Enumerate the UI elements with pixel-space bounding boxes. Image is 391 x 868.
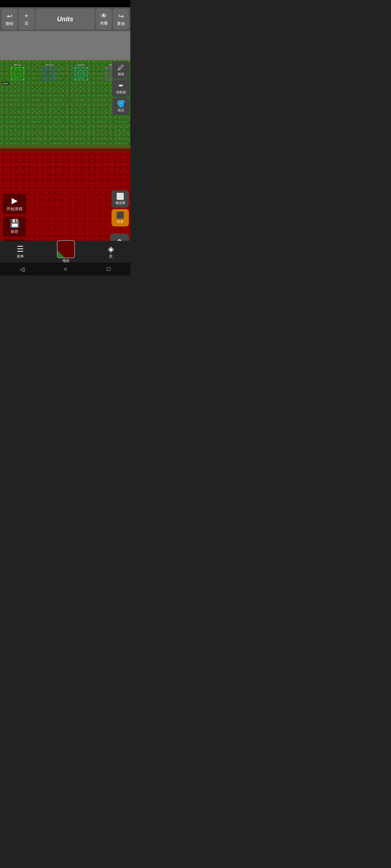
unit-frame-4 (75, 67, 88, 80)
recent-icon: □ (107, 266, 111, 272)
top-toolbar: ↩ 撤销 + 层 Units 👁 堆叠 ↪ 重做 (0, 7, 130, 31)
bottom-nav: ☰ 菜单 地块 ◈ 层 (0, 241, 130, 263)
undo-label: 撤销 (5, 21, 13, 26)
eraser-icon: ⬜ (116, 192, 124, 200)
tile-label: 地块 (62, 258, 70, 263)
unit-inner-0 (14, 70, 21, 77)
fill-icon: 🪣 (117, 100, 125, 108)
unit-frame-0 (11, 67, 24, 80)
pen-tool-button[interactable]: 🖊 画笔 (112, 61, 130, 79)
start-label: 开始游戏 (7, 206, 22, 212)
bottom-section: ⬜ 橡皮擦 ⬛ 矩形 0 旋转 ▶ 开始游戏 💾 保存 🗺 地图 ☰ 菜单 (0, 190, 130, 263)
game-map[interactable]: base 0倍生成 2倍生成 4倍生成 (0, 60, 130, 190)
redo-icon: ↪ (118, 12, 124, 20)
add-layer-label: 层 (25, 21, 29, 26)
stack-button[interactable]: 👁 堆叠 (96, 9, 112, 30)
recent-button[interactable]: □ (100, 264, 118, 274)
undo-button[interactable]: ↩ 撤销 (1, 9, 17, 30)
map-label: base (1, 82, 9, 85)
menu-label: 菜单 (17, 254, 24, 259)
red-map-section[interactable] (0, 150, 130, 190)
redo-button[interactable]: ↪ 重做 (113, 9, 129, 30)
unit-box-4: 4倍生成 (75, 64, 88, 80)
red-grid (0, 150, 130, 190)
add-icon: + (25, 12, 29, 20)
stack-label: 堆叠 (100, 21, 108, 26)
redo-label: 重做 (117, 21, 125, 26)
tile-nav-item[interactable]: 地块 (57, 240, 75, 263)
play-icon: ▶ (12, 196, 18, 205)
tile-icon (57, 240, 75, 258)
pen-label: 画笔 (118, 72, 124, 77)
unit-frame-2 (43, 67, 56, 80)
horizon-divider (0, 147, 130, 150)
menu-nav-item[interactable]: ☰ 菜单 (17, 244, 24, 259)
unit-inner-2 (46, 70, 53, 77)
rect-tool-button[interactable]: ⬛ 矩形 (112, 209, 129, 226)
unit-inner-4 (77, 70, 85, 77)
start-game-button[interactable]: ▶ 开始游戏 (3, 194, 26, 214)
left-side-buttons: ▶ 开始游戏 💾 保存 🗺 地图 (0, 190, 29, 241)
save-label: 保存 (10, 229, 18, 234)
save-button[interactable]: 💾 保存 (3, 217, 26, 237)
eye-icon: 👁 (101, 12, 107, 20)
home-icon: ○ (64, 266, 67, 272)
game-map-wrapper[interactable]: base 0倍生成 2倍生成 4倍生成 (0, 60, 130, 190)
picker-label: 拾取器 (116, 90, 126, 95)
unit-boxes: 0倍生成 2倍生成 4倍生成 (0, 64, 130, 80)
rect-icon: ⬛ (116, 211, 124, 219)
unit-box-0: 0倍生成 (11, 64, 24, 80)
fill-tool-button[interactable]: 🪣 填充 (112, 98, 130, 115)
undo-icon: ↩ (7, 12, 12, 20)
back-button[interactable]: ◁ (13, 264, 31, 274)
unit-box-2: 2倍生成 (43, 64, 56, 80)
fill-label: 填充 (118, 108, 124, 113)
green-map-section[interactable]: base 0倍生成 2倍生成 4倍生成 (0, 60, 130, 147)
save-icon: 💾 (10, 219, 20, 228)
canvas-empty-area (0, 31, 130, 60)
menu-icon: ☰ (17, 244, 24, 254)
rect-label: 矩形 (117, 220, 123, 224)
picker-icon: ✒ (118, 82, 124, 90)
pen-icon: 🖊 (118, 64, 124, 72)
right-toolbar: 🖊 画笔 ✒ 拾取器 🪣 填充 (112, 60, 130, 190)
layers-label: 层 (109, 254, 113, 259)
system-nav: ◁ ○ □ (0, 263, 130, 276)
status-bar (0, 0, 130, 7)
picker-tool-button[interactable]: ✒ 拾取器 (112, 80, 130, 97)
toolbar-title: Units (35, 9, 95, 30)
eraser-tool-button[interactable]: ⬜ 橡皮擦 (112, 190, 129, 208)
layers-nav-item[interactable]: ◈ 层 (108, 244, 114, 259)
tile-green-corner (58, 250, 65, 258)
layers-icon: ◈ (108, 244, 114, 254)
back-icon: ◁ (20, 266, 24, 272)
add-layer-button[interactable]: + 层 (18, 9, 34, 30)
eraser-label: 橡皮擦 (115, 201, 125, 205)
home-button[interactable]: ○ (56, 264, 75, 274)
